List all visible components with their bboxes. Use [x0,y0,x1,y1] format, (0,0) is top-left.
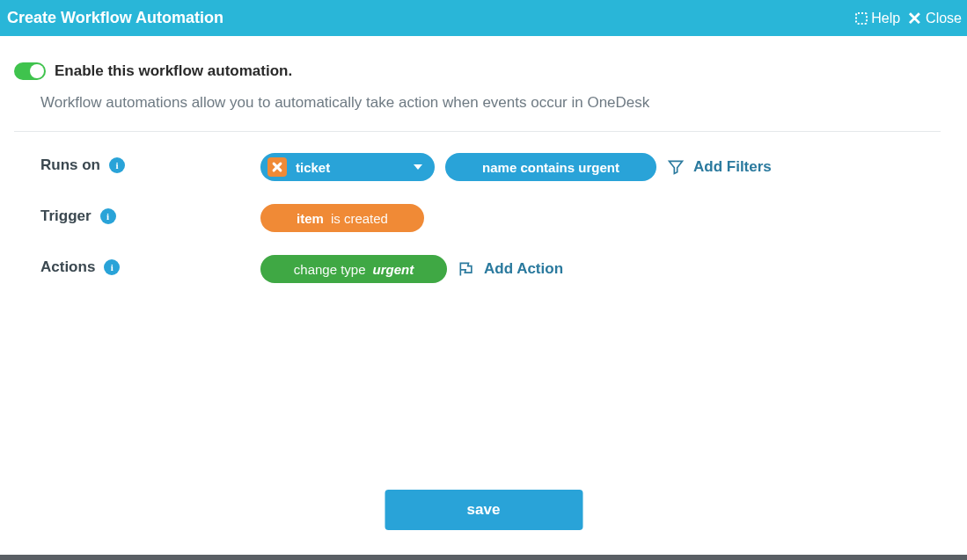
trigger-label-group: Trigger i [40,204,260,225]
bottom-bar [0,555,967,560]
info-icon[interactable]: i [109,157,125,173]
runs-on-content: ticket name contains urgent Add Filters [260,153,772,181]
add-filters-label: Add Filters [693,158,772,176]
trigger-row: Trigger i item is created [40,204,941,232]
type-dropdown-value: ticket [296,160,330,175]
enable-label: Enable this workflow automation. [55,62,292,80]
close-label: Close [926,11,962,26]
action-name: change type [294,262,366,277]
enable-toggle[interactable] [14,62,46,80]
runs-on-row: Runs on i ticket name contains urgent [40,153,941,181]
type-dropdown[interactable]: ticket [260,153,435,181]
flag-icon [458,260,475,278]
filter-pill[interactable]: name contains urgent [445,153,656,181]
actions-label-group: Actions i [40,255,260,276]
info-icon[interactable]: i [104,259,120,275]
trigger-predicate: is created [331,211,388,226]
trigger-content: item is created [260,204,424,232]
add-action-button[interactable]: Add Action [458,260,563,278]
info-icon[interactable]: i [100,208,116,224]
add-action-label: Add Action [484,260,563,278]
config-section: Runs on i ticket name contains urgent [14,153,941,283]
dialog-title: Create Workflow Automation [7,9,223,27]
runs-on-label: Runs on [40,156,100,174]
divider [14,131,941,132]
description-text: Workflow automations allow you to automa… [14,94,941,112]
filter-icon [667,158,685,176]
filter-pill-text: name contains urgent [482,160,619,175]
trigger-label: Trigger [40,207,92,225]
runs-on-label-group: Runs on i [40,153,260,174]
trigger-subject: item [297,211,324,226]
action-pill[interactable]: change type urgent [260,255,447,283]
actions-content: change type urgent Add Action [260,255,563,283]
dialog-body: Enable this workflow automation. Workflo… [0,36,967,283]
close-icon: ✕ [907,10,922,27]
action-value: urgent [373,262,414,277]
header-actions: Help ✕ Close [855,10,962,27]
close-button[interactable]: ✕ Close [907,10,962,27]
actions-label: Actions [40,258,95,276]
dialog-header: Create Workflow Automation Help ✕ Close [0,0,967,36]
ticket-icon [267,157,287,177]
actions-row: Actions i change type urgent Add Action [40,255,941,283]
save-button[interactable]: save [385,490,582,530]
help-icon [855,12,868,25]
chevron-down-icon [414,164,422,170]
help-button[interactable]: Help [855,11,900,26]
enable-row: Enable this workflow automation. [14,62,941,80]
add-filters-button[interactable]: Add Filters [667,158,772,176]
trigger-pill[interactable]: item is created [260,204,424,232]
help-label: Help [871,11,900,26]
